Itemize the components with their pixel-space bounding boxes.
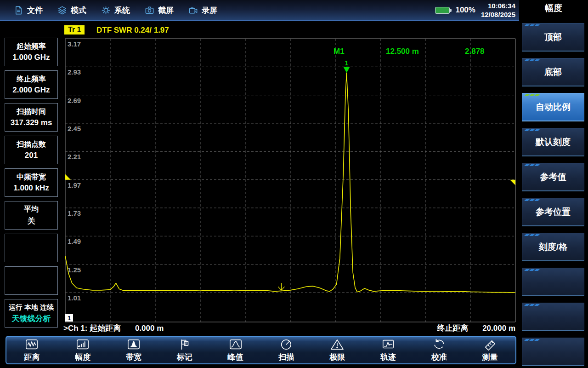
bandwidth-icon — [126, 338, 141, 351]
analysis-mode: 天馈线分析 — [12, 313, 51, 324]
marker-value: 2.878 — [465, 47, 485, 56]
corner-marks — [525, 94, 539, 96]
svg-text:1.73: 1.73 — [68, 209, 81, 217]
amplitude-icon — [75, 338, 90, 351]
param-start-frequency[interactable]: 起始频率 1.000 GHz — [5, 38, 58, 66]
toolbar-trace[interactable]: 轨迹 — [363, 337, 414, 363]
param-stop-frequency[interactable]: 终止频率 2.000 GHz — [5, 70, 58, 99]
parameter-panel: 起始频率 1.000 GHz 终止频率 2.000 GHz 扫描时间 317.3… — [0, 22, 62, 368]
param-average[interactable]: 平均 关 — [5, 201, 58, 230]
chart-area: 3.172.932.692.452.211.971.731.491.251.01… — [62, 22, 519, 335]
time-text: 10:06:34 — [481, 1, 515, 11]
svg-text:1.97: 1.97 — [68, 181, 81, 189]
svg-text:1: 1 — [68, 315, 71, 322]
corner-marks — [525, 59, 539, 61]
menu-item-label: 截屏 — [158, 5, 174, 16]
menu-item-system[interactable]: 系统 — [101, 5, 130, 16]
recorder-icon — [188, 6, 198, 15]
limit-icon — [330, 338, 345, 351]
softkey-empty-3 — [522, 338, 584, 366]
softkey-scale-per-div[interactable]: 刻度/格 — [522, 233, 584, 261]
start-distance-value[interactable]: 0.000 m — [135, 324, 164, 333]
menu-item-label: 文件 — [27, 5, 43, 16]
menu-item-label: 模式 — [71, 5, 86, 16]
stop-distance-value[interactable]: 20.000 m — [482, 324, 515, 333]
layers-icon — [57, 6, 67, 15]
toolbar-calibrate[interactable]: 校准 — [413, 337, 464, 363]
distance-icon — [24, 338, 39, 351]
peak-icon — [228, 338, 243, 351]
softkey-empty-1 — [522, 268, 584, 296]
softkey-top[interactable]: 顶部 — [522, 23, 584, 52]
menu-item-file[interactable]: 文件 — [14, 5, 43, 16]
run-status: 运行 本地 连续 — [9, 303, 54, 312]
svg-text:1.01: 1.01 — [68, 294, 81, 302]
chart-title: DTF SWR 0.24/ 1.97 — [96, 26, 169, 35]
start-distance-label: >Ch 1: 起始距离 — [63, 324, 121, 333]
svg-text:2.21: 2.21 — [68, 153, 81, 161]
stop-distance-label: 终止距离 — [437, 324, 468, 333]
param-if-bandwidth[interactable]: 中频带宽 1.000 kHz — [5, 168, 58, 197]
toolbar-measure[interactable]: 测量 — [464, 337, 515, 363]
svg-text:3.17: 3.17 — [68, 40, 81, 48]
toolbar-bandwidth[interactable]: 带宽 — [108, 337, 159, 363]
svg-text:1: 1 — [345, 59, 349, 67]
softkey-default-scale[interactable]: 默认刻度 — [522, 128, 584, 156]
softkey-reference-value[interactable]: 参考值 — [522, 163, 584, 191]
menu: 文件 模式 系统 截屏 — [0, 5, 217, 16]
corner-marks — [525, 304, 539, 306]
marker-name: M1 — [334, 47, 345, 56]
channel-status-line: >Ch 1: 起始距离 0.000 m 终止距离 20.000 m — [63, 323, 515, 334]
trace-icon — [381, 338, 396, 351]
svg-text:1.49: 1.49 — [68, 237, 81, 245]
toolbar-amplitude[interactable]: 幅度 — [57, 337, 108, 363]
corner-marks — [525, 199, 539, 201]
battery-percent: 100% — [455, 6, 475, 15]
file-icon — [14, 6, 23, 15]
function-toolbar: 距离 幅度 带宽 标记 峰值 — [6, 336, 516, 364]
param-empty-1 — [5, 234, 58, 262]
corner-marks — [525, 234, 539, 236]
toolbar-sweep[interactable]: 扫描 — [261, 337, 312, 363]
toolbar-peak[interactable]: 峰值 — [210, 337, 261, 363]
toolbar-marker[interactable]: 标记 — [159, 337, 210, 363]
top-menu-bar: 文件 模式 系统 截屏 — [0, 0, 519, 21]
softkey-autoscale[interactable]: 自动比例 — [522, 93, 584, 121]
softkey-empty-2 — [522, 303, 584, 331]
toolbar-limit[interactable]: 极限 — [312, 337, 363, 363]
param-sweep-time[interactable]: 扫描时间 317.329 ms — [5, 103, 58, 132]
corner-marks — [525, 269, 539, 271]
marker-icon — [177, 338, 192, 351]
camera-icon — [145, 6, 154, 15]
menu-item-record[interactable]: 录屏 — [188, 5, 217, 16]
menu-item-label: 系统 — [114, 5, 130, 16]
menu-item-mode[interactable]: 模式 — [57, 5, 86, 16]
corner-marks — [525, 129, 539, 131]
menu-item-screenshot[interactable]: 截屏 — [145, 5, 174, 16]
trace-badge: Tr 1 — [64, 25, 85, 34]
softkey-bottom[interactable]: 底部 — [522, 58, 584, 86]
dtf-swr-plot[interactable]: 3.172.932.692.452.211.971.731.491.251.01… — [62, 22, 519, 335]
softkey-reference-position[interactable]: 参考位置 — [522, 198, 584, 226]
corner-marks — [525, 24, 539, 26]
status-box: 运行 本地 连续 天馈线分析 — [5, 299, 58, 328]
svg-text:2.93: 2.93 — [68, 68, 81, 76]
toolbar-distance[interactable]: 距离 — [6, 337, 57, 363]
softkey-panel-title: 幅度 — [519, 0, 588, 17]
corner-marks — [525, 164, 539, 166]
corner-marks — [525, 339, 539, 341]
svg-text:2.69: 2.69 — [68, 97, 81, 104]
svg-text:2.45: 2.45 — [68, 125, 81, 132]
menu-item-label: 录屏 — [202, 5, 217, 16]
marker-distance: 12.500 m — [386, 47, 419, 56]
clock: 10:06:34 12/08/2025 — [481, 1, 515, 19]
sweep-icon — [279, 338, 294, 351]
param-sweep-points[interactable]: 扫描点数 201 — [5, 136, 58, 164]
param-empty-2 — [5, 266, 58, 295]
measure-icon — [483, 338, 498, 351]
gear-icon — [101, 6, 111, 15]
battery-icon — [435, 7, 450, 14]
calibrate-icon — [432, 338, 447, 351]
svg-text:1.25: 1.25 — [68, 266, 81, 274]
softkey-panel: 幅度 顶部 底部 自动比例 默认刻度 参考值 参考位置 刻度/格 — [519, 0, 588, 368]
